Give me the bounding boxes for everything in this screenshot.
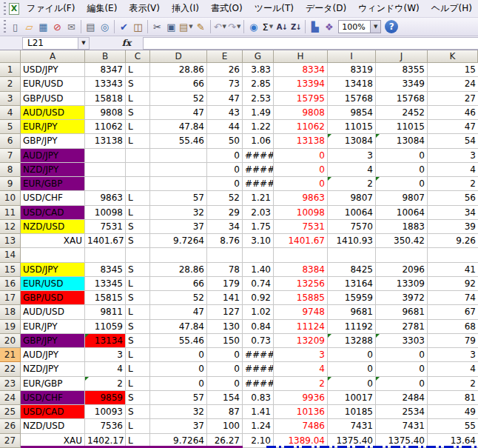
new-document-icon[interactable]: ▯	[8, 19, 22, 34]
cell-I24[interactable]: 10017	[328, 391, 376, 405]
cell-B26[interactable]: 7536	[85, 419, 126, 433]
cell-J2[interactable]: 3349	[376, 77, 428, 91]
cell-J4[interactable]: 2452	[376, 106, 428, 120]
row-header-14[interactable]: 14	[0, 248, 21, 262]
cell-B15[interactable]: 8345	[85, 263, 126, 277]
cell-J19[interactable]: 2781	[376, 320, 428, 334]
row-header-11[interactable]: 11	[0, 206, 21, 220]
cell-A24[interactable]: USD/CHF	[21, 391, 85, 405]
column-header-D[interactable]: D	[150, 50, 207, 63]
cell-D3[interactable]: 52	[150, 92, 207, 106]
cell-C17[interactable]: S	[126, 291, 150, 305]
cell-K13[interactable]: 9.26	[428, 234, 478, 248]
cell-A9[interactable]: EUR/GBP	[21, 177, 85, 191]
cell-C5[interactable]: L	[126, 120, 150, 134]
cell-A1[interactable]: USD/JPY	[21, 63, 85, 77]
cell-G19[interactable]: 0.84	[243, 320, 274, 334]
row-header-6[interactable]: 6	[0, 134, 21, 148]
cell-I11[interactable]: 10064	[328, 206, 376, 220]
menu-item-1[interactable]: 編集(E)	[81, 1, 123, 16]
cell-B16[interactable]: 13345	[85, 277, 126, 291]
cell-E22[interactable]: 0	[207, 362, 243, 376]
cell-K17[interactable]: 74	[428, 291, 478, 305]
cell-G2[interactable]: 2.85	[243, 77, 274, 91]
menu-item-3[interactable]: 挿入(I)	[166, 1, 205, 16]
cell-K21[interactable]: 3	[428, 348, 478, 362]
cell-B22[interactable]: 4	[85, 362, 126, 376]
row-header-17[interactable]: 17	[0, 291, 21, 305]
row-header-4[interactable]: 4	[0, 106, 21, 120]
insert-function-icon[interactable]: fx	[110, 38, 143, 48]
cell-J17[interactable]: 3972	[376, 291, 428, 305]
cell-D15[interactable]: 28.86	[150, 263, 207, 277]
cell-A19[interactable]: EUR/JPY	[21, 320, 85, 334]
cell-I19[interactable]: 11192	[328, 320, 376, 334]
cell-D8[interactable]	[150, 163, 207, 177]
column-header-C[interactable]: C	[126, 50, 150, 63]
column-header-J[interactable]: J	[376, 50, 428, 63]
cell-A5[interactable]: EUR/JPY	[21, 120, 85, 134]
cell-E7[interactable]: 0	[207, 149, 243, 163]
row-header-7[interactable]: 7	[0, 149, 21, 163]
cell-C2[interactable]: S	[126, 77, 150, 91]
cell-E8[interactable]: 0	[207, 163, 243, 177]
cell-K19[interactable]: 68	[428, 320, 478, 334]
cell-J11[interactable]: 10064	[376, 206, 428, 220]
cell-C11[interactable]: L	[126, 206, 150, 220]
cell-B11[interactable]: 10098	[85, 206, 126, 220]
cell-E9[interactable]: 0	[207, 177, 243, 191]
cell-H14[interactable]	[274, 248, 328, 262]
cell-H8[interactable]: 0	[274, 163, 328, 177]
dropdown-arrow-icon[interactable]: ▼	[237, 24, 240, 30]
cell-I20[interactable]: 13288	[328, 334, 376, 348]
cell-G12[interactable]: 1.75	[243, 220, 274, 234]
chart-wizard-icon[interactable]: ▙	[308, 19, 322, 34]
cell-A18[interactable]: AUD/USD	[21, 305, 85, 319]
cell-A20[interactable]: GBP/JPY	[21, 334, 85, 348]
cell-K4[interactable]: 46	[428, 106, 478, 120]
redo-icon[interactable]: ↷▼	[227, 19, 241, 34]
row-header-26[interactable]: 26	[0, 419, 21, 433]
cell-H2[interactable]: 13394	[274, 77, 328, 91]
cell-B18[interactable]: 9811	[85, 305, 126, 319]
cell-H16[interactable]: 13256	[274, 277, 328, 291]
cell-G24[interactable]: 0.83	[243, 391, 274, 405]
dropdown-arrow-icon[interactable]: ▼	[189, 24, 192, 30]
print-preview-icon[interactable]: ◎	[98, 19, 112, 34]
row-header-20[interactable]: 20	[0, 334, 21, 348]
cell-C8[interactable]	[126, 163, 150, 177]
cell-G18[interactable]: 1.02	[243, 305, 274, 319]
row-header-12[interactable]: 12	[0, 220, 21, 234]
cell-D18[interactable]: 47	[150, 305, 207, 319]
cell-E14[interactable]	[207, 248, 243, 262]
cell-E2[interactable]: 73	[207, 77, 243, 91]
cell-G8[interactable]: ####	[243, 163, 274, 177]
cell-B4[interactable]: 9808	[85, 106, 126, 120]
cell-H20[interactable]: 13209	[274, 334, 328, 348]
cell-J21[interactable]: 0	[376, 348, 428, 362]
cell-G5[interactable]: 1.22	[243, 120, 274, 134]
cell-D21[interactable]: 0	[150, 348, 207, 362]
cell-E24[interactable]: 154	[207, 391, 243, 405]
cell-J9[interactable]: 0	[376, 177, 428, 191]
cell-H18[interactable]: 9748	[274, 305, 328, 319]
column-header-I[interactable]: I	[328, 50, 376, 63]
cell-B20[interactable]: 13134	[85, 334, 126, 348]
cell-C19[interactable]: S	[126, 320, 150, 334]
cell-K26[interactable]: 55	[428, 419, 478, 433]
cell-D13[interactable]: 9.7264	[150, 234, 207, 248]
save-icon[interactable]: ▦	[36, 19, 50, 34]
cell-A22[interactable]: NZD/JPY	[21, 362, 85, 376]
cell-A26[interactable]: NZD/USD	[21, 419, 85, 433]
cell-D2[interactable]: 66	[150, 77, 207, 91]
cell-D19[interactable]: 47.84	[150, 320, 207, 334]
menubar-grip[interactable]	[3, 2, 6, 16]
help-icon[interactable]: ?	[385, 20, 398, 33]
cell-B6[interactable]: 13138	[85, 134, 126, 148]
select-all-corner[interactable]	[0, 50, 21, 63]
cell-C23[interactable]: L	[126, 377, 150, 391]
name-box-dropdown-icon[interactable]: ▼	[78, 37, 90, 50]
row-header-25[interactable]: 25	[0, 405, 21, 419]
cell-D24[interactable]: 57	[150, 391, 207, 405]
cell-E20[interactable]: 150	[207, 334, 243, 348]
